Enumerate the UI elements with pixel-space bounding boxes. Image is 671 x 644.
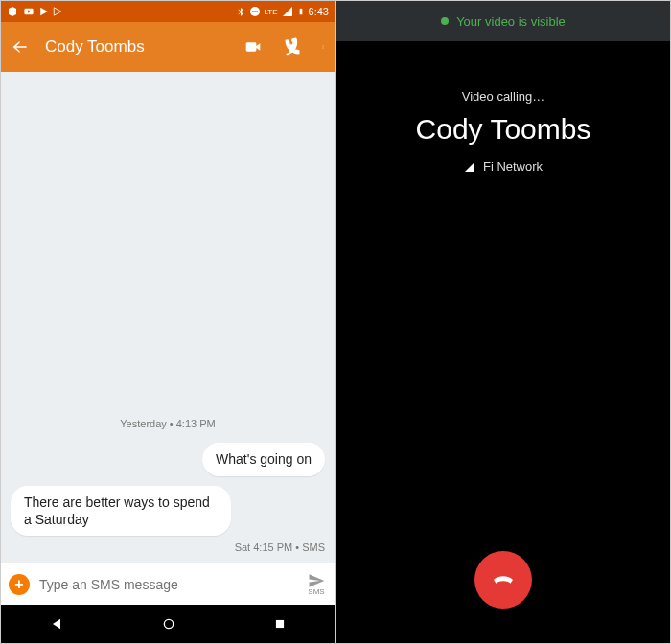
- status-dot-icon: [441, 17, 449, 25]
- youtube-icon: [22, 7, 35, 16]
- network-text: Fi Network: [483, 159, 543, 173]
- status-left-icons: [7, 6, 62, 17]
- call-status-text: Video calling…: [462, 89, 544, 104]
- overflow-icon[interactable]: [321, 38, 325, 56]
- send-label: SMS: [308, 587, 324, 596]
- banner-text: Your video is visible: [456, 14, 566, 29]
- network-type: LTE: [265, 8, 278, 16]
- hangup-icon: [489, 565, 518, 594]
- svg-rect-1: [252, 12, 258, 12]
- signal-icon: [282, 6, 293, 17]
- message-row: There are better ways to spend a Saturda…: [11, 486, 325, 536]
- send-button[interactable]: SMS: [306, 572, 327, 596]
- bluetooth-icon: [236, 6, 245, 17]
- conversation-scroll[interactable]: Yesterday • 4:13 PM What's going on Ther…: [1, 72, 335, 563]
- play-icon: [39, 6, 49, 17]
- message-bubble-outgoing[interactable]: What's going on: [202, 443, 325, 475]
- message-input[interactable]: [39, 577, 296, 592]
- clock-text: 6:43: [309, 6, 329, 17]
- video-call-screen: Your video is visible Video calling… Cod…: [336, 0, 671, 644]
- video-call-icon[interactable]: [243, 39, 264, 55]
- play-outline-icon: [53, 6, 62, 17]
- message-bubble-incoming[interactable]: There are better ways to spend a Saturda…: [11, 486, 231, 536]
- svg-point-5: [164, 619, 173, 628]
- maps-icon: [7, 6, 18, 17]
- conversation-app-bar: Cody Toombs: [1, 22, 335, 72]
- video-visible-banner: Your video is visible: [336, 1, 670, 41]
- battery-icon: [297, 6, 305, 17]
- nav-back-icon[interactable]: [49, 616, 64, 632]
- status-right-icons: LTE 6:43: [236, 6, 330, 17]
- android-status-bar: LTE 6:43: [1, 1, 335, 22]
- thread-meta: Sat 4:15 PM • SMS: [11, 541, 325, 553]
- attach-button[interactable]: +: [9, 574, 30, 595]
- call-network: Fi Network: [464, 159, 543, 173]
- dnd-icon: [249, 6, 261, 17]
- call-surface[interactable]: Video calling… Cody Toombs Fi Network: [336, 41, 670, 643]
- phone-icon[interactable]: [283, 37, 302, 57]
- sms-screen: LTE 6:43 Cody Toombs Yesterday • 4:13 PM…: [0, 0, 336, 644]
- back-icon[interactable]: [11, 37, 30, 57]
- end-call-button[interactable]: [474, 551, 532, 609]
- nav-home-icon[interactable]: [161, 616, 176, 632]
- day-timestamp: Yesterday • 4:13 PM: [11, 418, 325, 429]
- svg-point-4: [323, 48, 324, 49]
- callee-name: Cody Toombs: [416, 113, 591, 146]
- svg-rect-6: [276, 620, 284, 628]
- android-nav-bar: [1, 605, 335, 643]
- message-composer: + SMS: [1, 563, 335, 605]
- svg-point-2: [323, 45, 324, 46]
- signal-icon: [464, 161, 475, 172]
- message-row: What's going on: [11, 443, 325, 475]
- svg-point-3: [323, 47, 324, 48]
- contact-title: Cody Toombs: [45, 37, 227, 57]
- nav-recents-icon[interactable]: [273, 617, 287, 631]
